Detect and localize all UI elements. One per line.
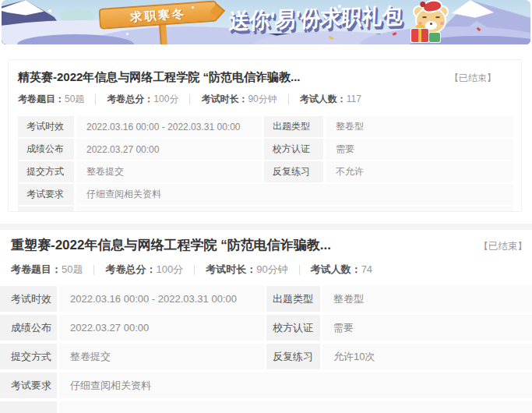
promo-banner[interactable]: 求职寒冬 送你'易'份求职礼包	[2, 0, 530, 44]
signpost-text: 求职寒冬	[98, 0, 218, 30]
gift-box-icon	[429, 33, 440, 42]
exam-title[interactable]: 精英赛-2022年信息与网络工程学院 “防范电信诈骗教...	[18, 69, 301, 85]
signpost: 求职寒冬	[98, 0, 233, 44]
table-row: 考试要求 仔细查阅相关资料	[18, 184, 513, 205]
bear-mascot-icon	[407, 2, 455, 44]
table-row: 成绩公布 2022.03.27 00:00 校方认证 需要	[0, 315, 532, 341]
divider	[299, 265, 300, 275]
stat-participants: 考试人数：117	[300, 93, 361, 106]
stat-question-count: 考卷题目：50题	[11, 263, 83, 277]
page-gap	[0, 224, 532, 230]
page: 求职寒冬 送你'易'份求职礼包 精英赛-2022年信息与网络工程学	[0, 0, 532, 413]
banner-title: 送你'易'份求职礼包	[228, 1, 403, 37]
bear-eye	[421, 16, 428, 21]
snowflake	[48, 9, 51, 12]
table-row-partial	[18, 206, 513, 212]
stat-total-score: 考卷总分：100分	[105, 263, 183, 277]
table-row: 考试时效 2022.03.16 00:00 - 2022.03.31 00:00…	[18, 116, 513, 137]
table-row: 提交方式 整卷提交 反复练习 不允许	[18, 161, 513, 182]
exam-stats: 考卷题目：50题 考卷总分：100分 考试时长：90分钟 考试人数：74	[0, 263, 532, 277]
divider	[93, 265, 94, 275]
stat-total-score: 考卷总分：100分	[107, 93, 178, 106]
snowflake	[192, 6, 194, 9]
table-row: 成绩公布 2022.03.27 00:00 校方认证 需要	[18, 139, 513, 160]
exam-card-1[interactable]: 精英赛-2022年信息与网络工程学院 “防范电信诈骗教... 【已结束】 考卷题…	[8, 59, 522, 212]
snowflake	[126, 33, 129, 35]
bear-blush	[440, 22, 444, 25]
status-badge: 【已结束】	[479, 236, 528, 253]
status-badge: 【已结束】	[449, 69, 496, 85]
exam-detail-table: 考试时效 2022.03.16 00:00 - 2022.03.31 00:00…	[0, 286, 532, 413]
bear-eye	[435, 16, 441, 21]
table-row: 考试要求 仔细查阅相关资料	[0, 372, 532, 398]
stat-duration: 考试时长：90分钟	[206, 263, 287, 277]
divider	[189, 94, 190, 104]
gift-box-icon	[411, 29, 428, 42]
stat-question-count: 考卷题目：50题	[18, 93, 84, 106]
divider	[95, 94, 96, 104]
table-row: 提交方式 整卷提交 反复练习 允许10次	[0, 344, 532, 369]
snowflake	[467, 8, 470, 10]
divider	[194, 265, 195, 275]
exam-detail-table: 考试时效 2022.03.16 00:00 - 2022.03.31 00:00…	[18, 116, 513, 212]
exam-stats: 考卷题目：50题 考卷总分：100分 考试时长：90分钟 考试人数：117	[18, 93, 513, 106]
snowflake	[338, 5, 341, 8]
exam-title[interactable]: 重塑赛-2022年信息与网络工程学院 “防范电信诈骗教...	[11, 236, 331, 255]
divider	[288, 94, 289, 104]
exam-card-2[interactable]: 重塑赛-2022年信息与网络工程学院 “防范电信诈骗教... 【已结束】 考卷题…	[0, 230, 532, 413]
table-row-partial	[0, 401, 532, 413]
table-row: 考试时效 2022.03.16 00:00 - 2022.03.31 00:00…	[0, 286, 532, 312]
stat-duration: 考试时长：90分钟	[201, 93, 277, 106]
stat-participants: 考试人数：74	[311, 263, 372, 277]
